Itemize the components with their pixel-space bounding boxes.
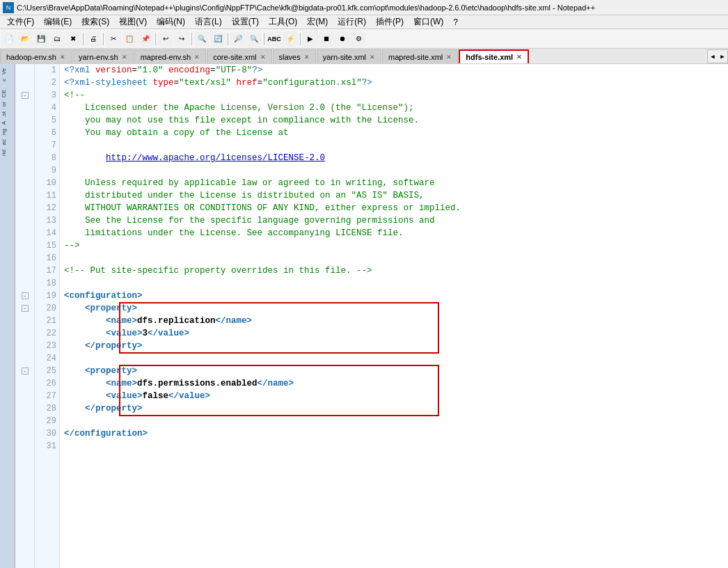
tab-scroll-left[interactable]: ◀	[708, 49, 718, 63]
menu-help[interactable]: ?	[449, 17, 462, 28]
code-line	[60, 277, 728, 290]
menu-encoding[interactable]: 编码(N)	[152, 15, 189, 29]
tab-slaves[interactable]: slaves ✕	[273, 49, 316, 63]
code-area[interactable]: <?xml version="1.0" encoding="UTF-8"?><?…	[60, 64, 728, 568]
tb-extra1[interactable]: ▶	[303, 31, 318, 47]
menu-window[interactable]: 窗口(W)	[409, 15, 448, 29]
menu-plugins[interactable]: 插件(P)	[372, 15, 408, 29]
fold-button[interactable]: -	[22, 305, 29, 312]
tab-hdfs-site[interactable]: hdfs-site.xml ✕	[459, 49, 529, 63]
fold-row	[15, 239, 34, 252]
code-line: <value>3</value>	[60, 327, 728, 340]
menu-edit[interactable]: 编辑(E)	[40, 15, 76, 29]
redo-button[interactable]: ↪	[174, 31, 189, 47]
tab-yarn-site[interactable]: yarn-site.xml ✕	[317, 49, 381, 63]
tab-scroll-right[interactable]: ▶	[718, 49, 727, 63]
sep3	[155, 33, 156, 45]
tab-core-site[interactable]: core-site.xml ✕	[207, 49, 271, 63]
tab-close-yarn-site[interactable]: ✕	[370, 54, 375, 61]
menu-language[interactable]: 语言(L)	[191, 15, 226, 29]
line-number: 18	[35, 277, 56, 290]
fold-gutter: ----	[15, 64, 35, 568]
tb-extra2[interactable]: ⏹	[319, 31, 334, 47]
tb-extra3[interactable]: ⏺	[335, 31, 350, 47]
left-label-4: CE	[0, 88, 15, 99]
menu-run[interactable]: 运行(R)	[333, 15, 370, 29]
code-line: </configuration>	[60, 427, 728, 440]
line-number: 16	[35, 252, 56, 265]
line-number: 26	[35, 377, 56, 390]
zoom-out-button[interactable]: 🔍	[246, 31, 262, 47]
tb-extra4[interactable]: ⚙	[351, 31, 366, 47]
undo-button[interactable]: ↩	[158, 31, 173, 47]
menu-view[interactable]: 视图(V)	[115, 15, 151, 29]
tab-mapred-site[interactable]: mapred-site.xml ✕	[382, 49, 458, 63]
fold-row	[15, 177, 34, 189]
fold-row	[15, 227, 34, 239]
fold-row	[15, 152, 34, 164]
left-label-2: c	[0, 77, 15, 83]
line-number: 13	[35, 214, 56, 227]
tab-close-core-site[interactable]: ✕	[260, 54, 266, 61]
tab-mapred-env[interactable]: mapred-env.sh ✕	[134, 49, 207, 63]
print-button[interactable]: 🖨	[86, 31, 101, 47]
sep5	[228, 33, 228, 45]
menu-search[interactable]: 搜索(S)	[77, 15, 113, 29]
code-line	[60, 164, 728, 177]
code-line: WITHOUT WARRANTIES OR CONDITIONS OF ANY …	[60, 202, 728, 214]
tab-close-mapred-env[interactable]: ✕	[194, 54, 200, 61]
sep4	[191, 33, 192, 45]
find-button[interactable]: 🔍	[194, 31, 209, 47]
paste-button[interactable]: 📌	[138, 31, 153, 47]
code-line: you may not use this file except in comp…	[60, 114, 728, 127]
replace-button[interactable]: 🔄	[210, 31, 225, 47]
menu-file[interactable]: 文件(F)	[3, 15, 38, 29]
line-number: 31	[35, 440, 56, 452]
fold-row	[15, 352, 34, 365]
tab-yarn-env[interactable]: yarn-env.sh ✕	[72, 49, 134, 63]
left-sidebar-labels: Ve c CE or .st A ng ac rid	[0, 64, 15, 568]
close-button[interactable]: ✖	[65, 31, 81, 47]
fold-button[interactable]: -	[22, 92, 29, 99]
tab-close-hadoop-env[interactable]: ✕	[60, 54, 65, 61]
save-button[interactable]: 💾	[33, 31, 49, 47]
main-area: Ve c CE or .st A ng ac rid ---- 12345678…	[0, 64, 728, 568]
tab-hadoop-env[interactable]: hadoop-env.sh ✕	[0, 49, 72, 63]
fold-button[interactable]: -	[22, 368, 29, 374]
line-number: 11	[35, 189, 56, 202]
title-text: C:\Users\Brave\AppData\Roaming\Notepad++…	[17, 3, 595, 12]
menu-settings[interactable]: 设置(T)	[228, 15, 263, 29]
code-line	[60, 139, 728, 152]
copy-button[interactable]: 📋	[122, 31, 137, 47]
save-all-button[interactable]: 🗂	[49, 31, 65, 47]
tab-close-slaves[interactable]: ✕	[304, 54, 310, 61]
tab-close-hdfs-site[interactable]: ✕	[516, 54, 522, 61]
cut-button[interactable]: ✂	[106, 31, 121, 47]
fold-row	[15, 114, 34, 127]
line-number: 1	[35, 64, 56, 77]
code-line: -->	[60, 239, 728, 252]
tab-close-yarn-env[interactable]: ✕	[122, 54, 127, 61]
code-line: <?xml-stylesheet type="text/xsl" href="c…	[60, 77, 728, 89]
tab-close-mapred-site[interactable]: ✕	[446, 54, 452, 61]
new-button[interactable]: 📄	[1, 31, 17, 47]
left-label-3	[0, 84, 15, 87]
tb-btn8[interactable]: ⚡	[283, 31, 298, 47]
line-number: 21	[35, 315, 56, 327]
line-number: 23	[35, 340, 56, 352]
zoom-in-button[interactable]: 🔎	[230, 31, 246, 47]
line-number: 20	[35, 302, 56, 315]
code-line	[60, 440, 728, 452]
tb-btn7[interactable]: ABC	[267, 31, 282, 47]
tab-scroll[interactable]: ◀ ▶	[707, 49, 728, 63]
open-button[interactable]: 📂	[17, 31, 33, 47]
fold-row	[15, 415, 34, 427]
code-line: <!-- Put site-specific property override…	[60, 265, 728, 277]
line-number: 25	[35, 365, 56, 377]
menu-macro[interactable]: 宏(M)	[303, 15, 332, 29]
code-line	[60, 252, 728, 265]
line-number: 29	[35, 415, 56, 427]
fold-button[interactable]: -	[22, 292, 29, 299]
menu-tools[interactable]: 工具(O)	[264, 15, 301, 29]
fold-row	[15, 77, 34, 89]
